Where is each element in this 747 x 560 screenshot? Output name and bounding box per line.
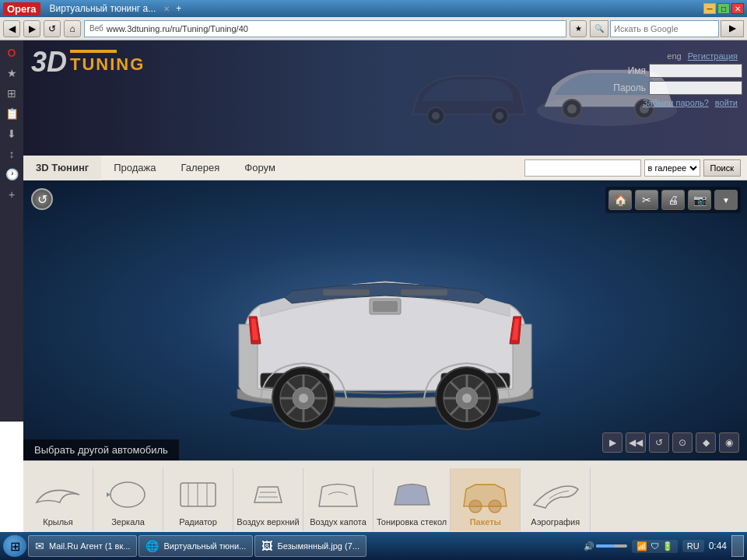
logo-tuning: TUNING [70, 50, 145, 75]
sidebar-icon-opera[interactable]: O [2, 44, 21, 62]
part-label-wings: Крылья [43, 517, 73, 527]
login-bottom-links: Забыли пароль? войти [607, 98, 742, 107]
part-icon-wings [31, 473, 86, 516]
sidebar-icon-tab[interactable]: ⊞ [2, 84, 21, 103]
play-button[interactable]: ▶ [602, 432, 622, 453]
view-button[interactable]: ⊙ [672, 432, 693, 453]
website-content: O ★ ⊞ 📋 ⬇ ↕ 🕐 + 3D [0, 40, 747, 549]
forward-button[interactable]: ▶ [23, 20, 40, 37]
part-item-radiator[interactable]: Радиатор [163, 468, 233, 531]
address-bar[interactable]: Веб www.3dtuning.ru/ru/Tuning/Tuning/40 [84, 20, 566, 37]
record-button[interactable]: ◉ [719, 432, 739, 453]
svg-point-48 [489, 500, 501, 513]
browser-label: Виртуальный тюни... [163, 541, 246, 551]
search-input[interactable] [610, 20, 719, 37]
part-item-airbrush[interactable]: Аэрография [521, 468, 591, 531]
volume-area: 🔊 [584, 541, 627, 551]
lang-link[interactable]: eng [667, 51, 681, 61]
svg-point-21 [299, 394, 308, 403]
title-bar: Opera Виртуальный тюнинг а... ✕ + ─ □ ✕ [0, 0, 747, 17]
rewind-button[interactable]: ◀◀ [626, 432, 646, 453]
sidebar-icon-plus[interactable]: + [2, 185, 21, 204]
forgot-link[interactable]: Забыли пароль? [643, 98, 709, 107]
nav-search-input[interactable] [524, 159, 641, 177]
nav-item-gallery[interactable]: Галерея [168, 156, 232, 180]
bookmark-button[interactable]: ★ [570, 20, 587, 37]
clock: 0:44 [709, 541, 727, 551]
close-button[interactable]: ✕ [731, 3, 744, 14]
diamond-button[interactable]: ◆ [696, 432, 716, 453]
browser-taskbar-icon: 🌐 [146, 540, 159, 552]
nav-item-tuning[interactable]: 3D Тюнинг [23, 156, 101, 180]
taskbar-mail-item[interactable]: ✉ Mail.Ru Агент (1 вк... [28, 535, 137, 557]
reload-button[interactable]: ↺ [44, 20, 61, 37]
photo-icon: 🖼 [261, 540, 272, 552]
part-item-hood-air[interactable]: Воздух капота [303, 468, 374, 531]
rotate-button[interactable]: ↺ [649, 432, 669, 453]
name-row: Имя [607, 64, 742, 78]
search-button[interactable]: ▶ [721, 20, 744, 37]
start-button[interactable]: ⊞ [3, 535, 26, 557]
sidebar-icon-download[interactable]: ⬇ [2, 124, 21, 143]
maximize-button[interactable]: □ [717, 3, 730, 14]
logo-bar [70, 50, 117, 53]
svg-rect-16 [323, 289, 370, 296]
volume-fill [596, 544, 615, 548]
search-flag: 🔍 [590, 20, 608, 37]
nav-search-button[interactable]: Поиск [703, 159, 741, 177]
volume-slider[interactable] [596, 544, 627, 548]
svg-rect-17 [401, 289, 447, 296]
home-button[interactable]: ⌂ [64, 20, 81, 37]
part-icon-packages [458, 473, 513, 516]
part-item-packages[interactable]: Пакеты [451, 468, 521, 531]
nav-item-forum[interactable]: Форум [232, 156, 288, 180]
part-label-hood-air: Воздух капота [310, 517, 366, 527]
password-label: Пароль [607, 82, 646, 93]
show-desktop-button[interactable] [731, 535, 744, 557]
lang-indicator[interactable]: RU [682, 540, 704, 552]
new-tab-icon[interactable]: + [176, 3, 181, 14]
password-input[interactable] [649, 81, 742, 95]
svg-point-8 [496, 112, 503, 120]
site-header: 3D TUNING eng Регистрация Имя Пароль Заб… [23, 40, 747, 156]
svg-point-47 [469, 500, 482, 513]
parts-bar: Крылья Зеркала [23, 460, 747, 538]
playback-controls: ▶ ◀◀ ↺ ⊙ ◆ ◉ [602, 432, 739, 453]
minimize-button[interactable]: ─ [703, 3, 716, 14]
car-svg [183, 204, 587, 437]
svg-point-42 [110, 482, 145, 507]
back-button[interactable]: ◀ [3, 20, 20, 37]
nav-search-area: в галерее Поиск [524, 159, 747, 177]
tab-close-x[interactable]: ✕ [163, 5, 170, 13]
part-icon-air-top [241, 473, 296, 516]
part-icon-airbrush [528, 473, 583, 516]
part-item-wings[interactable]: Крылья [23, 468, 93, 531]
title-bar-left: Opera Виртуальный тюнинг а... ✕ + [3, 2, 181, 16]
svg-rect-15 [373, 301, 398, 312]
part-item-air-top[interactable]: Воздух верхний [233, 468, 303, 531]
browser-nav-bar: ◀ ▶ ↺ ⌂ Веб www.3dtuning.ru/ru/Tuning/Tu… [0, 17, 747, 40]
taskbar-photo-item[interactable]: 🖼 Безымянный.jpg (7... [254, 535, 366, 557]
taskbar-browser-item[interactable]: 🌐 Виртуальный тюни... [139, 535, 253, 557]
parts-scroll: Крылья Зеркала [23, 468, 591, 531]
logo-3d: 3D [31, 48, 67, 76]
nav-item-sale[interactable]: Продажа [101, 156, 168, 180]
svg-point-6 [432, 112, 440, 120]
select-car-bar[interactable]: Выбрать другой автомобиль [23, 439, 179, 460]
sidebar-icon-history[interactable]: 📋 [2, 104, 21, 123]
name-input[interactable] [649, 64, 742, 78]
sidebar-icon-star[interactable]: ★ [2, 64, 21, 82]
taskbar: ⊞ ✉ Mail.Ru Агент (1 вк... 🌐 Виртуальный… [0, 532, 747, 560]
name-label: Имя [607, 65, 646, 76]
sidebar-icon-clock[interactable]: 🕐 [2, 165, 21, 184]
register-link[interactable]: Регистрация [688, 51, 738, 61]
part-item-mirrors[interactable]: Зеркала [93, 468, 163, 531]
login-link[interactable]: войти [715, 98, 738, 107]
part-icon-mirrors [101, 473, 156, 516]
system-tray: 📶 🛡 🔋 [632, 540, 678, 553]
sidebar-icon-sync[interactable]: ↕ [2, 145, 21, 163]
part-item-tint[interactable]: Тонировка стекол [374, 468, 451, 531]
tab-title: Виртуальный тюнинг а... [50, 3, 156, 14]
opera-logo: Opera [3, 2, 40, 16]
nav-search-select[interactable]: в галерее [644, 159, 700, 177]
